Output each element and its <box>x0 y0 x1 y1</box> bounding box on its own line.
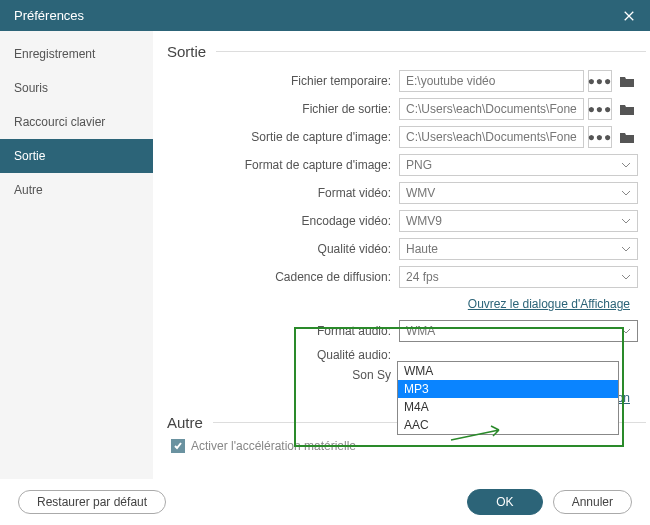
chevron-down-icon <box>621 328 631 334</box>
select-afmt[interactable]: WMA <box>399 320 638 342</box>
chevron-down-icon <box>621 218 631 224</box>
select-capfmt[interactable]: PNG <box>399 154 638 176</box>
sidebar-item-autre[interactable]: Autre <box>0 173 153 207</box>
window-title: Préférences <box>14 8 84 23</box>
titlebar: Préférences <box>0 0 650 31</box>
afmt-option-aac[interactable]: AAC <box>398 416 618 434</box>
afmt-option-m4a[interactable]: M4A <box>398 398 618 416</box>
afmt-option-wma[interactable]: WMA <box>398 362 618 380</box>
folder-icon[interactable] <box>616 70 638 92</box>
label-fps: Cadence de diffusion: <box>167 270 399 284</box>
checkbox-accel[interactable] <box>171 439 185 453</box>
label-temp: Fichier temporaire: <box>167 74 399 88</box>
label-accel: Activer l'accélération matérielle <box>191 439 356 453</box>
input-capout[interactable] <box>399 126 584 148</box>
browse-capout-button[interactable]: ●●● <box>588 126 612 148</box>
sidebar-item-enregistrement[interactable]: Enregistrement <box>0 37 153 71</box>
input-out[interactable] <box>399 98 584 120</box>
chevron-down-icon <box>621 274 631 280</box>
main-panel: Sortie Fichier temporaire: ●●● Fichier d… <box>153 31 650 479</box>
folder-icon[interactable] <box>616 126 638 148</box>
label-vq: Qualité vidéo: <box>167 242 399 256</box>
label-aq: Qualité audio: <box>167 348 399 362</box>
sidebar-item-raccourci[interactable]: Raccourci clavier <box>0 105 153 139</box>
chevron-down-icon <box>621 190 631 196</box>
chevron-down-icon <box>621 246 631 252</box>
ok-button[interactable]: OK <box>467 489 542 515</box>
section-sortie: Sortie <box>167 43 646 60</box>
label-afmt: Format audio: <box>167 324 399 338</box>
input-temp[interactable] <box>399 70 584 92</box>
label-vfmt: Format vidéo: <box>167 186 399 200</box>
footer: Restaurer par défaut OK Annuler <box>0 479 650 525</box>
label-capfmt: Format de capture d'image: <box>167 158 399 172</box>
select-vfmt[interactable]: WMV <box>399 182 638 204</box>
select-vq[interactable]: Haute <box>399 238 638 260</box>
display-dialog-link[interactable]: Ouvrez le dialogue d'Affichage <box>468 297 630 311</box>
browse-temp-button[interactable]: ●●● <box>588 70 612 92</box>
browse-out-button[interactable]: ●●● <box>588 98 612 120</box>
sidebar-item-sortie[interactable]: Sortie <box>0 139 153 173</box>
folder-icon[interactable] <box>616 98 638 120</box>
afmt-option-mp3[interactable]: MP3 <box>398 380 618 398</box>
label-out: Fichier de sortie: <box>167 102 399 116</box>
restore-defaults-button[interactable]: Restaurer par défaut <box>18 490 166 514</box>
close-icon[interactable] <box>622 9 636 23</box>
label-capout: Sortie de capture d'image: <box>167 130 399 144</box>
label-venc: Encodage vidéo: <box>167 214 399 228</box>
sidebar-item-souris[interactable]: Souris <box>0 71 153 105</box>
label-sonsys: Son Sy <box>167 368 399 382</box>
sidebar: Enregistrement Souris Raccourci clavier … <box>0 31 153 479</box>
select-fps[interactable]: 24 fps <box>399 266 638 288</box>
afmt-dropdown-list: WMA MP3 M4A AAC <box>397 361 619 435</box>
chevron-down-icon <box>621 162 631 168</box>
cancel-button[interactable]: Annuler <box>553 490 632 514</box>
select-venc[interactable]: WMV9 <box>399 210 638 232</box>
